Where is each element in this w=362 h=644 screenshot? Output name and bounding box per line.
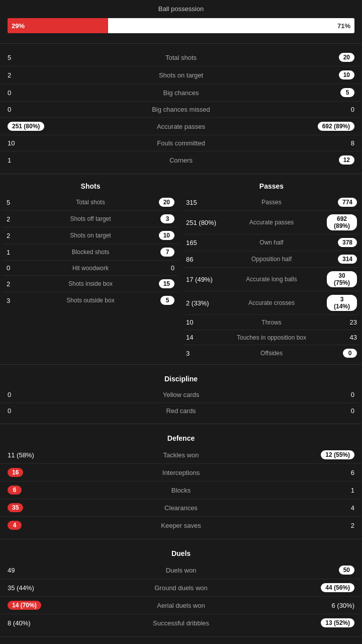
passes-left-val: 315 <box>186 199 216 206</box>
passes-right-val: 23 <box>327 318 357 326</box>
defence-label: Clearances <box>68 504 294 512</box>
col-stat-row: 2Shots off target3 <box>3 211 178 227</box>
stat-label: Yellow cards <box>68 391 294 398</box>
shots-col: Shots 5Total shots202Shots off target32S… <box>0 177 181 361</box>
passes-stat-row: 3Offsides0 <box>184 345 359 361</box>
possession-section: Ball possession 29% 71% <box>0 0 362 44</box>
possession-left: 29% <box>8 18 108 33</box>
defence-section: Defence 11 (58%)Tackles won12 (55%)16Int… <box>0 424 362 539</box>
passes-stat-row: 17 (49%)Accurate long balls30 (75%) <box>184 268 359 291</box>
col-stat-right: 20 <box>155 198 174 207</box>
col-stat-label: Hit woodwork <box>26 265 155 272</box>
shots-passes-cols: Shots 5Total shots202Shots off target32S… <box>0 174 362 364</box>
duels-right-val: 13 (52%) <box>294 618 354 627</box>
stat-right-val: 12 <box>294 155 354 165</box>
stat-right-val: 8 <box>294 139 354 147</box>
col-stat-label: Shots off target <box>26 215 155 222</box>
defence-label: Tackles won <box>68 451 294 459</box>
col-stat-left: 2 <box>7 280 26 288</box>
duels-section: Duels 49Duels won5035 (44%)Ground duels … <box>0 539 362 637</box>
shots-title: Shots <box>3 177 178 194</box>
defence-right-val: 1 <box>294 487 354 494</box>
col-stat-left: 3 <box>7 297 26 304</box>
col-stat-left: 0 <box>7 264 26 272</box>
col-stat-label: Shots inside box <box>26 280 155 287</box>
duels-right-val: 44 (56%) <box>294 583 354 592</box>
col-stat-right: 3 <box>155 214 174 223</box>
duels-stat-row: 8 (40%)Successful dribbles13 (52%) <box>0 614 362 631</box>
passes-title: Passes <box>184 177 359 194</box>
duels-label: Aerial duels won <box>68 602 294 609</box>
stat-label: Accurate passes <box>68 123 294 130</box>
stat-right-val: 692 (89%) <box>294 122 354 131</box>
stat-right-val: 10 <box>294 70 354 79</box>
duels-left-val: 14 (70%) <box>8 601 68 610</box>
stat-row: 0Red cards0 <box>0 403 362 419</box>
defence-title: Defence <box>0 429 362 446</box>
passes-stat-row: 315Passes774 <box>184 194 359 211</box>
stat-left-val: 5 <box>8 54 68 61</box>
defence-label: Keeper saves <box>68 522 294 529</box>
possession-bar: 29% 71% <box>8 18 354 33</box>
passes-stat-row: 10Throws23 <box>184 315 359 330</box>
passes-right-val: 692 (89%) <box>327 214 357 230</box>
stat-label: Corners <box>68 156 294 164</box>
defence-left-val: 11 (58%) <box>8 451 68 459</box>
defence-left-val: 6 <box>8 486 68 495</box>
col-stat-row: 5Total shots20 <box>3 194 178 211</box>
passes-label: Opposition half <box>216 256 327 263</box>
stat-right-val: 0 <box>294 391 354 398</box>
col-stat-left: 5 <box>7 199 26 206</box>
duels-label: Successful dribbles <box>68 619 294 627</box>
col-stat-row: 2Shots on target10 <box>3 227 178 244</box>
passes-label: Own half <box>216 239 327 246</box>
discipline-rows: 0Yellow cards00Red cards0 <box>0 387 362 419</box>
col-stat-right: 10 <box>155 231 174 240</box>
duels-left-val: 35 (44%) <box>8 584 68 592</box>
defence-right-val: 12 (55%) <box>294 450 354 459</box>
passes-rows: 315Passes774251 (80%)Accurate passes692 … <box>184 194 359 361</box>
duels-rows: 49Duels won5035 (44%)Ground duels won44 … <box>0 561 362 631</box>
possession-label: Ball possession <box>0 5 362 15</box>
stat-right-val: 20 <box>294 53 354 62</box>
passes-left-val: 165 <box>186 239 216 247</box>
defence-rows: 11 (58%)Tackles won12 (55%)16Interceptio… <box>0 446 362 534</box>
passes-left-val: 17 (49%) <box>186 276 216 283</box>
defence-left-val: 4 <box>8 521 68 530</box>
stat-left-val: 2 <box>8 71 68 79</box>
stat-row: 5Total shots20 <box>0 49 362 66</box>
stat-left-val: 0 <box>8 89 68 97</box>
passes-stat-row: 14Touches in opposition box43 <box>184 330 359 345</box>
defence-stat-row: 16Interceptions6 <box>0 464 362 481</box>
passes-right-val: 30 (75%) <box>327 271 357 287</box>
discipline-section: Discipline 0Yellow cards00Red cards0 <box>0 365 362 424</box>
passes-label: Touches in opposition box <box>216 334 327 341</box>
col-stat-left: 2 <box>7 232 26 239</box>
stat-row: 0Yellow cards0 <box>0 387 362 403</box>
shots-passes-section: Shots 5Total shots202Shots off target32S… <box>0 174 362 365</box>
col-stat-label: Total shots <box>26 199 155 206</box>
stat-row: 2Shots on target10 <box>0 66 362 84</box>
top-stats-section: 5Total shots202Shots on target100Big cha… <box>0 44 362 174</box>
passes-right-val: 378 <box>327 238 357 247</box>
possession-bar-row: 29% 71% <box>0 15 362 38</box>
passes-stat-row: 251 (80%)Accurate passes692 (89%) <box>184 211 359 234</box>
col-stat-right: 7 <box>155 248 174 257</box>
defence-stat-row: 11 (58%)Tackles won12 (55%) <box>0 446 362 464</box>
defence-right-val: 4 <box>294 504 354 512</box>
passes-right-val: 43 <box>327 334 357 341</box>
passes-right-val: 774 <box>327 198 357 207</box>
col-stat-label: Shots outside box <box>26 297 155 304</box>
defence-label: Blocks <box>68 487 294 494</box>
stat-label: Total shots <box>68 54 294 61</box>
passes-right-val: 314 <box>327 255 357 264</box>
stat-left-val: 10 <box>8 139 68 147</box>
passes-label: Accurate crosses <box>216 299 327 306</box>
stat-label: Red cards <box>68 407 294 415</box>
col-stat-row: 0Hit woodwork0 <box>3 261 178 276</box>
possession-right: 71% <box>108 18 354 33</box>
passes-left-val: 2 (33%) <box>186 299 216 307</box>
defence-left-val: 16 <box>8 468 68 477</box>
stat-left-val: 1 <box>8 156 68 164</box>
stat-right-val: 0 <box>294 106 354 113</box>
